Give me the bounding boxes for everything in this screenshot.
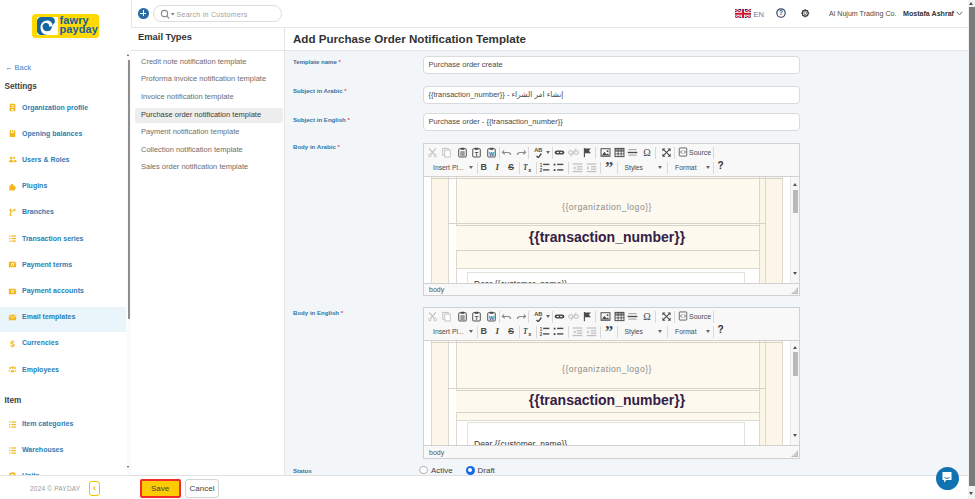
svg-text:?: ? [779, 9, 783, 16]
